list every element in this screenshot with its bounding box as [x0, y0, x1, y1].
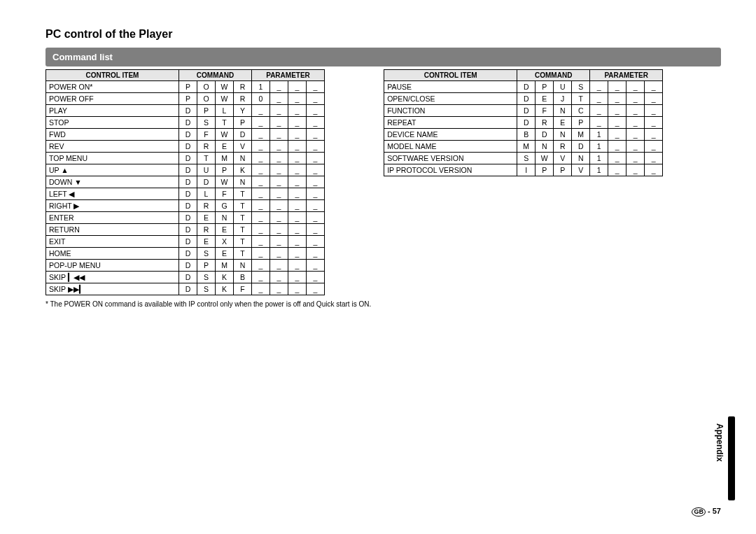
item-name: SKIP ▎◀◀	[46, 272, 179, 283]
command-char: O	[197, 81, 216, 93]
command-char: E	[197, 236, 216, 248]
page-number-value: 57	[713, 507, 721, 515]
parameter-char: _	[252, 141, 270, 153]
command-char: D	[179, 260, 197, 272]
command-char: D	[234, 129, 252, 141]
command-char: D	[179, 236, 197, 248]
item-name: REPEAT	[384, 117, 517, 129]
command-char: D	[179, 248, 197, 260]
parameter-char: _	[252, 188, 270, 200]
command-char: N	[234, 176, 252, 188]
command-char: D	[179, 129, 197, 141]
item-name: POWER ON*	[46, 81, 179, 93]
item-name: LEFT ◀	[46, 188, 179, 200]
command-char: E	[216, 224, 234, 236]
table-row: POWER OFFPOWR0___	[46, 93, 325, 105]
item-name: TOP MENU	[46, 153, 179, 164]
parameter-char: _	[252, 283, 270, 295]
command-char: S	[197, 117, 216, 129]
parameter-char: _	[288, 81, 307, 93]
skip-back-icon: ▎◀◀	[68, 273, 85, 281]
command-char: N	[216, 212, 234, 224]
th-parameter: PARAMETER	[252, 70, 325, 81]
item-name: FWD	[46, 129, 179, 141]
command-char: S	[572, 81, 590, 93]
parameter-char: _	[626, 153, 645, 164]
parameter-char: _	[288, 93, 307, 105]
table-row: PLAYDPLY____	[46, 105, 325, 117]
command-char: K	[216, 283, 234, 295]
parameter-char: _	[270, 200, 288, 212]
parameter-char: _	[626, 164, 645, 176]
parameter-char: _	[288, 236, 307, 248]
page-prefix: GB	[692, 507, 706, 517]
th-parameter: PARAMETER	[590, 70, 663, 81]
item-name: PAUSE	[384, 81, 517, 93]
table-row: RETURNDRET____	[46, 224, 325, 236]
parameter-char: _	[270, 105, 288, 117]
command-char: V	[554, 153, 572, 164]
command-char: P	[216, 164, 234, 176]
command-char: R	[234, 81, 252, 93]
command-char: E	[216, 141, 234, 153]
th-command: COMMAND	[517, 70, 590, 81]
command-char: E	[554, 117, 572, 129]
parameter-char: _	[608, 105, 626, 117]
command-char: T	[234, 212, 252, 224]
command-char: D	[536, 129, 554, 141]
parameter-char: _	[626, 141, 645, 153]
arrow-icon: ▼	[74, 178, 81, 186]
command-char: D	[179, 212, 197, 224]
command-char: N	[554, 129, 572, 141]
command-char: D	[179, 283, 197, 295]
parameter-char: _	[270, 283, 288, 295]
item-name: IP PROTOCOL VERSION	[384, 164, 517, 176]
command-char: K	[216, 272, 234, 283]
parameter-char: _	[270, 164, 288, 176]
parameter-char: _	[252, 200, 270, 212]
table-row: SOFTWARE VERSIONSWVN1___	[384, 153, 663, 164]
table-row: DOWN ▼DDWN____	[46, 176, 325, 188]
command-char: R	[197, 200, 216, 212]
parameter-char: _	[307, 283, 325, 295]
parameter-char: _	[626, 105, 645, 117]
command-char: D	[179, 200, 197, 212]
command-char: W	[536, 153, 554, 164]
command-char: W	[216, 81, 234, 93]
command-char: T	[234, 248, 252, 260]
parameter-char: _	[307, 212, 325, 224]
table-row: REPEATDREP____	[384, 117, 663, 129]
parameter-char: _	[252, 164, 270, 176]
parameter-char: _	[645, 105, 663, 117]
command-char: B	[517, 129, 536, 141]
parameter-char: _	[270, 248, 288, 260]
parameter-char: _	[288, 105, 307, 117]
parameter-char: _	[270, 117, 288, 129]
command-char: D	[572, 141, 590, 153]
parameter-char: _	[645, 93, 663, 105]
parameter-char: _	[270, 81, 288, 93]
command-char: E	[216, 248, 234, 260]
command-char: Y	[234, 105, 252, 117]
parameter-char: _	[288, 272, 307, 283]
table-row: FWDDFWD____	[46, 129, 325, 141]
table-row: RIGHT ▶DRGT____	[46, 200, 325, 212]
parameter-char: 1	[590, 129, 608, 141]
page-title: PC control of the Player	[46, 28, 721, 41]
command-char: D	[517, 81, 536, 93]
command-char: L	[197, 188, 216, 200]
command-char: P	[179, 93, 197, 105]
item-name: POP-UP MENU	[46, 260, 179, 272]
parameter-char: _	[307, 224, 325, 236]
command-char: T	[234, 224, 252, 236]
parameter-char: 1	[252, 81, 270, 93]
command-char: W	[216, 93, 234, 105]
command-char: F	[197, 129, 216, 141]
command-char: K	[234, 164, 252, 176]
parameter-char: _	[645, 141, 663, 153]
parameter-char: _	[252, 260, 270, 272]
command-char: D	[179, 117, 197, 129]
table-row: PAUSEDPUS____	[384, 81, 663, 93]
parameter-char: _	[645, 81, 663, 93]
item-name: MODEL NAME	[384, 141, 517, 153]
